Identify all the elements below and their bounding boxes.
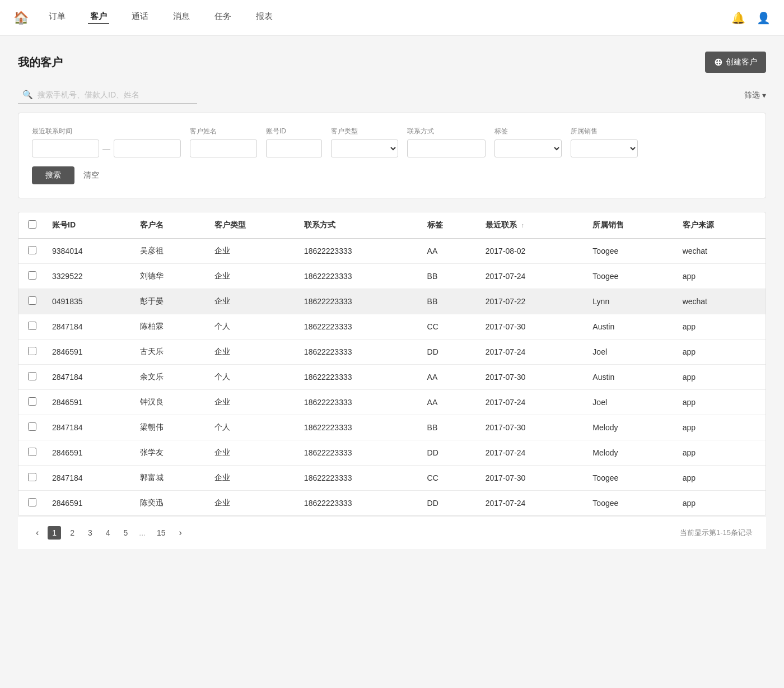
row-checkbox[interactable]: [28, 296, 36, 305]
page-header: 我的客户 ⊕ 创建客户: [18, 52, 766, 73]
row-customer-name: 古天乐: [133, 340, 207, 365]
row-sales: Toogee: [586, 466, 675, 491]
page-5-button[interactable]: 5: [119, 526, 133, 540]
filter-search-button[interactable]: 搜索: [32, 166, 74, 184]
row-account-id: 2847184: [45, 365, 133, 390]
row-customer-type: 企业: [208, 390, 297, 415]
row-checkbox[interactable]: [28, 397, 36, 406]
recent-contact-label: 最近联系时间: [32, 127, 181, 136]
row-checkbox[interactable]: [28, 448, 36, 456]
row-customer-type: 企业: [208, 239, 297, 264]
row-customer-name: 梁朝伟: [133, 415, 207, 440]
row-recent-contact: 2017-07-24: [479, 264, 586, 289]
row-account-id: 2846591: [45, 491, 133, 516]
row-checkbox[interactable]: [28, 271, 36, 280]
row-checkbox[interactable]: [28, 372, 36, 380]
row-customer-name: 余文乐: [133, 365, 207, 390]
row-source: app: [676, 264, 766, 289]
row-account-id: 0491835: [45, 289, 133, 314]
row-checkbox[interactable]: [28, 498, 36, 506]
home-icon[interactable]: 🏠: [13, 11, 29, 25]
row-customer-name: 郭富城: [133, 466, 207, 491]
row-checkbox[interactable]: [28, 422, 36, 431]
prev-page-button[interactable]: ‹: [31, 526, 43, 540]
row-recent-contact: 2017-07-24: [479, 440, 586, 466]
nav-right: 🔔 👤: [731, 11, 771, 25]
filter-actions: 搜索 清空: [32, 166, 752, 184]
row-customer-name: 陈奕迅: [133, 491, 207, 516]
row-customer-name: 刘德华: [133, 264, 207, 289]
col-customer-name: 客户名: [133, 212, 207, 239]
row-checkbox[interactable]: [28, 246, 36, 254]
row-sales: Austin: [586, 365, 675, 390]
row-tag: BB: [421, 289, 479, 314]
row-customer-type: 个人: [208, 415, 297, 440]
nav-items: 订单 客户 通话 消息 任务 报表: [46, 11, 731, 24]
row-recent-contact: 2017-08-02: [479, 239, 586, 264]
row-checkbox-cell: [18, 314, 45, 340]
row-sales: Lynn: [586, 289, 675, 314]
filter-sales: 所属销售 Toogee Lynn Austin Joel Melody: [571, 127, 638, 157]
tag-select[interactable]: AA BB CC DD: [494, 140, 562, 157]
row-tag: BB: [421, 264, 479, 289]
row-source: app: [676, 491, 766, 516]
col-source: 客户来源: [676, 212, 766, 239]
date-to-input[interactable]: [114, 140, 181, 157]
nav-item-orders[interactable]: 订单: [46, 11, 68, 24]
filter-clear-button[interactable]: 清空: [83, 170, 99, 180]
row-customer-name: 张学友: [133, 440, 207, 466]
bell-icon[interactable]: 🔔: [731, 11, 745, 25]
account-id-input[interactable]: [266, 140, 322, 157]
col-recent-contact[interactable]: 最近联系 ↑: [479, 212, 586, 239]
page-title: 我的客户: [18, 55, 63, 70]
page-1-button[interactable]: 1: [48, 526, 61, 540]
page-4-button[interactable]: 4: [101, 526, 115, 540]
contact-input[interactable]: [407, 140, 486, 157]
row-recent-contact: 2017-07-22: [479, 289, 586, 314]
nav-item-reports[interactable]: 报表: [254, 11, 275, 24]
row-checkbox[interactable]: [28, 347, 36, 355]
filter-button[interactable]: 筛选 ▾: [744, 90, 766, 100]
user-icon[interactable]: 👤: [757, 11, 771, 25]
row-source: app: [676, 415, 766, 440]
next-page-button[interactable]: ›: [175, 526, 186, 540]
customer-name-input[interactable]: [190, 140, 257, 157]
row-checkbox[interactable]: [28, 322, 36, 330]
pagination: ‹ 1 2 3 4 5 ... 15 › 当前显示第1-15条记录: [18, 516, 766, 549]
row-customer-type: 个人: [208, 314, 297, 340]
nav-item-tasks[interactable]: 任务: [212, 11, 234, 24]
row-contact: 18622223333: [297, 314, 421, 340]
filter-panel: 最近联系时间 — 客户姓名 账号ID 客户类型 企业: [18, 113, 766, 198]
page-3-button[interactable]: 3: [83, 526, 97, 540]
row-checkbox-cell: [18, 264, 45, 289]
search-input[interactable]: [38, 90, 193, 99]
table-row: 2847184 陈柏霖 个人 18622223333 CC 2017-07-30…: [18, 314, 766, 340]
row-customer-name: 吴彦祖: [133, 239, 207, 264]
create-customer-button[interactable]: ⊕ 创建客户: [705, 52, 766, 73]
row-account-id: 2846591: [45, 440, 133, 466]
row-source: app: [676, 440, 766, 466]
date-from-input[interactable]: [32, 140, 99, 157]
create-btn-label: 创建客户: [726, 57, 757, 67]
row-source: app: [676, 390, 766, 415]
date-range: —: [32, 140, 181, 157]
page-15-button[interactable]: 15: [152, 526, 170, 540]
filter-account-id: 账号ID: [266, 127, 322, 157]
select-all-checkbox[interactable]: [28, 220, 36, 229]
page-2-button[interactable]: 2: [66, 526, 79, 540]
nav-item-calls[interactable]: 通话: [129, 11, 151, 24]
row-contact: 18622223333: [297, 440, 421, 466]
table-header-row: 账号ID 客户名 客户类型 联系方式 标签 最近联系 ↑ 所属销售 客户来源: [18, 212, 766, 239]
row-checkbox[interactable]: [28, 473, 36, 481]
search-bar: 🔍 筛选 ▾: [18, 86, 766, 104]
filter-customer-type: 客户类型 企业 个人: [331, 127, 398, 157]
sales-select[interactable]: Toogee Lynn Austin Joel Melody: [571, 140, 638, 157]
row-contact: 18622223333: [297, 340, 421, 365]
nav-item-customers[interactable]: 客户: [88, 11, 109, 24]
row-account-id: 2846591: [45, 390, 133, 415]
customer-type-select[interactable]: 企业 个人: [331, 140, 398, 157]
row-sales: Joel: [586, 340, 675, 365]
row-customer-type: 个人: [208, 365, 297, 390]
row-sales: Joel: [586, 390, 675, 415]
nav-item-messages[interactable]: 消息: [171, 11, 192, 24]
